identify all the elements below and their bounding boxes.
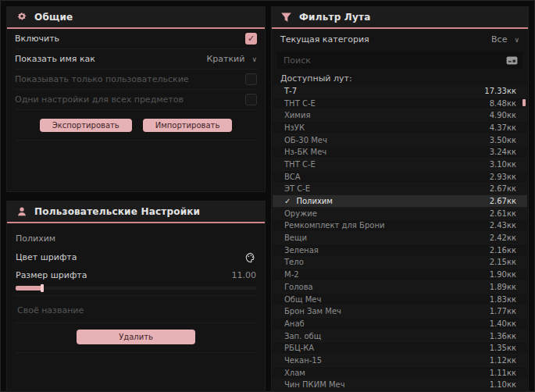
loot-item-value: 3.10кк — [490, 160, 516, 169]
search-input[interactable] — [282, 55, 506, 66]
loot-list-item[interactable]: ✓ Голова 1.89кк — [273, 281, 527, 294]
slider-handle[interactable] — [41, 284, 44, 292]
loot-list-item[interactable]: ✓ Вещи 2.42кк — [273, 232, 527, 244]
loot-list-item[interactable]: ✓ Зеленая 2.16кк — [273, 244, 527, 257]
loot-item-name: Чекан-15 — [284, 356, 322, 365]
panel-custom-settings: Пользовательские Настройки Полихим Цвет … — [6, 201, 266, 392]
loot-item-value: 4.90кк — [490, 111, 516, 119]
loot-list-item[interactable]: ✓ Чекан-15 1.12кк — [273, 355, 527, 367]
loot-list-item[interactable]: ✓ ТНТ С-Е 3.10кк — [273, 159, 527, 171]
row-show-custom-only: Показывать только пользовательские — [15, 69, 257, 90]
loot-list-item[interactable]: ✓ ЭТ С-Е 2.67кк — [273, 184, 527, 196]
loot-item-name-wrap: ✓ ЭТ С-Е — [284, 184, 310, 193]
loot-item-value: 1.36кк — [490, 332, 516, 340]
row-current-category: Текущая категория Все ∨ — [280, 29, 519, 50]
loot-list-item[interactable]: ✓ Ремкомплект для Брони 2.43кк — [273, 220, 527, 233]
loot-item-value: 1.12кк — [490, 356, 516, 365]
loot-list-item[interactable]: ✓ Химия 4.90кк — [273, 109, 527, 122]
loot-list-item[interactable]: ✓ ОБ-30 Меч 3.50кк — [273, 134, 527, 147]
loot-item-name-wrap: ✓ Химия — [284, 111, 310, 119]
loot-list-item[interactable]: ✓ Нз-БК Меч 3.24кк — [273, 146, 527, 159]
loot-item-value: 3.50кк — [490, 136, 516, 144]
loot-item-value: 1.11кк — [490, 369, 516, 377]
loot-item-value: 1.83кк — [490, 295, 516, 304]
loot-item-name: ЭТ С-Е — [284, 184, 310, 193]
loot-item-name-wrap: ✓ ТНТ С-Е — [284, 160, 316, 169]
current-category-label: Текущая категория — [280, 34, 369, 45]
loot-item-name-wrap: ✓ Ремкомплект для Брони — [284, 221, 384, 230]
loot-list-item[interactable]: ✓ Брон Зам Меч 1.77кк — [273, 305, 527, 318]
loot-list-item[interactable]: ✓ Общ Меч 1.83кк — [273, 294, 527, 306]
loot-item-value: 1.89кк — [490, 283, 516, 291]
same-settings-checkbox[interactable] — [245, 94, 257, 105]
general-rows: Включить ✓ Показать имя как Краткий ∨ По… — [7, 29, 265, 132]
loot-item-name: Голова — [284, 283, 313, 291]
panel-loot-header: Фильтр Лута — [272, 7, 528, 29]
loot-list-item[interactable]: ✓ М-2 1.90кк — [273, 269, 527, 281]
loot-item-name-wrap: ✓ Нз-БК Меч — [284, 148, 326, 156]
import-button[interactable]: Импортировать — [143, 119, 233, 132]
loot-item-name-wrap: ✓ Оружие — [284, 209, 317, 218]
delete-row: Удалить — [7, 330, 265, 344]
mod-settings-window: Общие Включить ✓ Показать имя как Кратки… — [0, 0, 535, 392]
panel-custom-title: Пользовательские Настройки — [34, 206, 200, 217]
loot-item-value: 2.61кк — [490, 209, 516, 218]
loot-item-name-wrap: ✓ Тело — [284, 258, 304, 266]
loot-list-item[interactable]: ✓ Т-7 17.33кк — [273, 85, 527, 98]
palette-icon[interactable] — [244, 251, 256, 263]
loot-list-item[interactable]: ✓ Зап. общ 1.36кк — [273, 330, 527, 343]
loot-list-item[interactable]: ✓ ВСА 2.93кк — [273, 171, 527, 184]
loot-item-name: Зеленая — [284, 246, 319, 255]
name-display-select[interactable]: Краткий ∨ — [207, 54, 257, 64]
loot-list-item[interactable]: ✓ Тело 2.15кк — [273, 257, 527, 269]
loot-item-name: Общ Меч — [284, 295, 321, 304]
loot-item-value: 2.67кк — [490, 197, 516, 205]
enable-checkbox[interactable]: ✓ — [245, 33, 257, 45]
scrollbar-thumb[interactable] — [523, 99, 526, 106]
loot-item-name: РБЦ-КА — [284, 344, 314, 352]
loot-list-item[interactable]: ✓ НзУК 4.37кк — [273, 122, 527, 134]
loot-item-name-wrap: ✓ НзУК — [284, 123, 305, 132]
loot-item-value: 1.35кк — [490, 344, 516, 352]
row-enable: Включить ✓ — [15, 29, 257, 49]
show-custom-only-checkbox[interactable] — [245, 73, 257, 85]
loot-list-item[interactable]: ✓ ТНТ С-Е 8.48кк — [273, 98, 527, 110]
id-card-icon[interactable] — [506, 55, 518, 66]
export-button[interactable]: Экспортировать — [40, 119, 132, 132]
panel-general: Общие Включить ✓ Показать имя как Кратки… — [6, 6, 266, 192]
loot-item-name: Нз-БК Меч — [284, 148, 326, 156]
custom-name-input[interactable] — [16, 301, 259, 319]
loot-item-name: Химия — [284, 111, 310, 119]
category-select[interactable]: Все ∨ — [491, 34, 519, 45]
loot-list-item[interactable]: ✓ Хлам 1.11кк — [273, 367, 527, 380]
loot-list-item[interactable]: ✓ Оружие 2.61кк — [273, 208, 527, 220]
loot-item-value: 4.37кк — [490, 123, 516, 132]
loot-item-name-wrap: ✓ Вещи — [284, 233, 307, 242]
panel-general-title: Общие — [34, 12, 73, 23]
loot-item-name: Ремкомплект для Брони — [284, 221, 384, 230]
loot-item-name: М-2 — [284, 270, 299, 279]
loot-item-name-wrap: ✓ Т-7 — [284, 87, 297, 95]
gear-icon — [16, 12, 27, 23]
check-icon: ✓ — [284, 197, 291, 205]
row-font-color: Цвет шрифта — [16, 248, 256, 266]
loot-item-name-wrap: ✓ ВСА — [284, 173, 301, 181]
delete-button[interactable]: Удалить — [77, 330, 195, 344]
loot-item-name-wrap: ✓ Полихим — [284, 197, 333, 205]
loot-list-item[interactable]: ✓ Полихим 2.67кк — [273, 195, 527, 208]
loot-item-name-wrap: ✓ Общ Меч — [284, 295, 321, 304]
loot-item-name-wrap: ✓ М-2 — [284, 270, 299, 279]
loot-item-name: ОБ-30 Меч — [284, 136, 327, 144]
loot-item-value: 3.24кк — [490, 148, 516, 156]
loot-item-value: 2.67кк — [490, 184, 516, 193]
font-size-slider[interactable] — [16, 284, 256, 292]
chevron-down-icon: ∨ — [514, 36, 519, 44]
loot-item-name: Т-7 — [284, 87, 297, 95]
loot-item-name: ВСА — [284, 173, 301, 181]
loot-list-item[interactable]: ✓ Анаб 1.40кк — [273, 318, 527, 330]
loot-list-item[interactable]: ✓ РБЦ-КА 1.35кк — [273, 342, 527, 355]
loot-item-value: 2.93кк — [490, 173, 516, 181]
loot-list-item[interactable]: ✓ Чин ПКИМ Меч 1.10кк — [273, 380, 527, 391]
divider — [15, 323, 257, 323]
category-value: Все — [491, 34, 507, 45]
